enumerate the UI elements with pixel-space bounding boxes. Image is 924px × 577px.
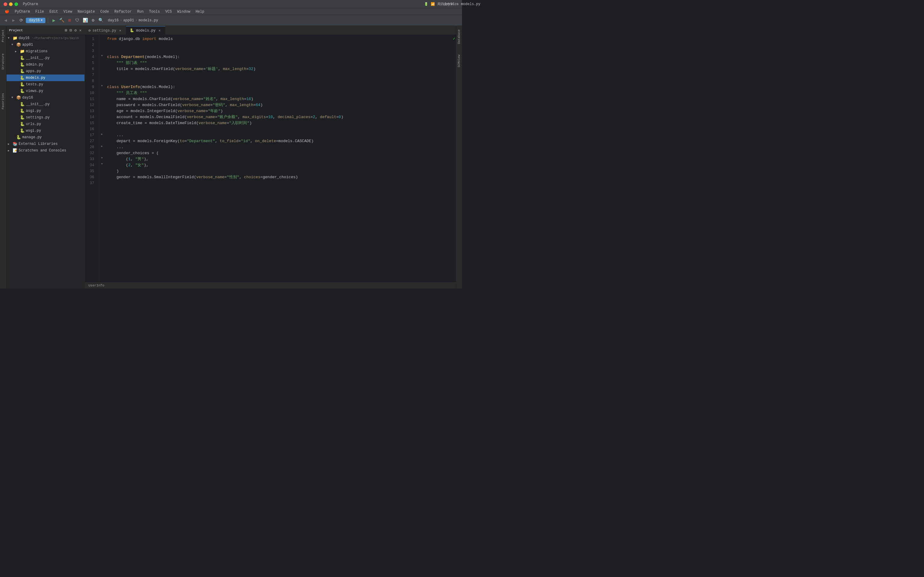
tab-settings-icon: ⚙ [89,28,90,33]
tab-project[interactable]: Project [1,27,5,45]
gr-7 [99,71,105,77]
folder-icon: 📁 [13,36,18,40]
tab-scmview[interactable]: SCMView [457,52,461,70]
project-selector[interactable]: day16 ▼ [26,18,45,23]
menu-view[interactable]: View [61,9,74,15]
run-button[interactable]: ▶ [50,17,57,24]
python-icon2: 🐍 [20,108,25,113]
menu-vcs[interactable]: VCS [163,9,174,15]
tree-item-models[interactable]: ▶ 🐍 models.py [6,74,84,81]
menu-tools[interactable]: Tools [147,9,162,15]
ln-2: 2 [85,42,97,48]
breadcrumb-app01[interactable]: app01 [123,18,134,23]
menu-help[interactable]: Help [193,9,207,15]
forward-button[interactable]: ▶ [10,17,17,24]
code-line-12: password = models.CharField( verbose_nam… [107,102,448,108]
tab-favorites[interactable]: Favorites [1,91,5,112]
menu-run[interactable]: Run [135,9,146,15]
python-icon-init: 🐍 [20,56,25,60]
code-line-16 [107,126,448,132]
code-line-32: gender_choices = ( [107,150,448,156]
menu-code[interactable]: Code [98,9,111,15]
tree-item-day16-sub[interactable]: ▼ 📦 day16 [6,94,84,101]
tree-arrow-app01: ▼ [11,43,15,46]
tree-label-views: views.py [26,89,43,93]
settings-icon[interactable]: ⚙ [74,27,77,33]
menu-window[interactable]: Window [175,9,192,15]
gr-3 [99,47,105,53]
tree-item-manage[interactable]: ▶ 🐍 manage.py [6,134,84,141]
tree-item-wsgi[interactable]: ▶ 🐍 wsgi.py [6,127,84,134]
python-icon-apps: 🐍 [20,69,25,74]
tree-item-admin[interactable]: ▶ 🐍 admin.py [6,61,84,68]
tab-settings-label: settings.py [92,29,116,33]
code-content[interactable]: from django.db import models class Depar… [105,35,451,282]
tree-label-external: External Libraries [19,142,58,146]
tree-item-scratches[interactable]: ▶ 📝 Scratches and Consoles [6,147,84,154]
tree-item-init-app01[interactable]: ▶ 🐍 __init__.py [6,55,84,61]
tree-item-asgi[interactable]: ▶ 🐍 asgi.py [6,108,84,114]
code-line-33: ( 1 , "男" ), [107,156,448,162]
tree-label-migrations: migrations [26,49,47,53]
tree-path: ~/PycharmProjects/gx/day16 [32,37,79,40]
tree-item-tests[interactable]: ▶ 🐍 tests.py [6,81,84,88]
tab-database[interactable]: Database [457,27,461,46]
menu-apple[interactable]: 🍎 [2,9,12,15]
menu-navigate[interactable]: Navigate [75,9,97,15]
code-line-8 [107,78,448,84]
menu-edit[interactable]: Edit [47,9,60,15]
tree-label-apps: apps.py [26,69,41,73]
coverage-button[interactable]: 🛡 [74,17,81,24]
menu-refactor[interactable]: Refactor [112,9,134,15]
gr-15 [99,119,105,125]
ln-6: 6 [85,66,97,72]
code-line-36: gender = models.SmallIntegerField( verbo… [107,174,448,180]
tree-item-migrations[interactable]: ▶ 📁 migrations [6,48,84,55]
toolbar: ◀ ▶ ⟳ day16 ▼ ▶ 🔨 ⏹ 🛡 📊 ⚙ 🔍 day16 › app0… [0,15,462,26]
profile-button[interactable]: 📊 [82,17,89,24]
code-line-35: ) [107,168,448,174]
build-button[interactable]: 🔨 [58,17,65,24]
breadcrumb-models[interactable]: models.py [139,18,158,23]
close-button[interactable] [3,2,7,6]
code-editor[interactable]: 1 2 3 4 5 6 7 8 9 10 11 12 13 14 15 16 1… [85,35,456,282]
code-line-37 [107,180,448,186]
tree-item-external[interactable]: ▶ 📚 External Libraries [6,141,84,147]
back-button[interactable]: ◀ [2,17,9,24]
breadcrumb-day16[interactable]: day16 [108,18,118,23]
menu-pycharm[interactable]: PyCharm [12,9,32,15]
ln-1: 1 [85,36,97,42]
settings-button[interactable]: ⚙ [90,17,96,24]
tab-settings-close[interactable]: ✕ [118,29,122,33]
tree-item-app01[interactable]: ▼ 📦 app01 [6,42,84,48]
tree-item-settings[interactable]: ▶ 🐍 settings.py [6,114,84,121]
code-line-10: """ 员工表 """ [107,90,448,96]
tree-item-init-day16[interactable]: ▶ 🐍 __init__.py [6,101,84,108]
tree-item-urls[interactable]: ▶ 🐍 urls.py [6,121,84,127]
search-button[interactable]: 🔍 [97,17,104,24]
tree-item-apps[interactable]: ▶ 🐍 apps.py [6,68,84,74]
collapse-all-icon[interactable]: ⊟ [69,27,73,33]
ln-9: 9 [85,84,97,90]
gr-34: ▼ [99,161,105,167]
tab-settings[interactable]: ⚙ settings.py ✕ [85,26,126,35]
tree-item-views[interactable]: ▶ 🐍 views.py [6,88,84,94]
minimize-button[interactable] [9,2,13,6]
tab-structure[interactable]: Structure [1,51,5,72]
python-icon5: 🐍 [20,128,25,133]
gr-28: ▶ [99,143,105,149]
sync-button[interactable]: ⟳ [18,17,25,24]
close-icon[interactable]: ✕ [79,27,82,33]
ln-5: 5 [85,60,97,66]
ln-10: 10 [85,90,97,96]
tree-item-day16[interactable]: ▼ 📁 day16 ~/PycharmProjects/gx/day16 [6,35,84,42]
tab-models-close[interactable]: ✕ [157,29,162,33]
maximize-button[interactable] [15,2,18,6]
tree-arrow-external: ▶ [8,142,11,146]
sidebar: Project ⊞ ⊟ ⚙ ✕ ▼ 📁 day16 ~/PycharmProje… [6,26,85,288]
tab-models[interactable]: 🐍 models.py ✕ [126,26,165,35]
expand-all-icon[interactable]: ⊞ [65,27,68,33]
menu-file[interactable]: File [33,9,46,15]
gr-11 [99,95,105,101]
stop-button[interactable]: ⏹ [66,17,73,24]
